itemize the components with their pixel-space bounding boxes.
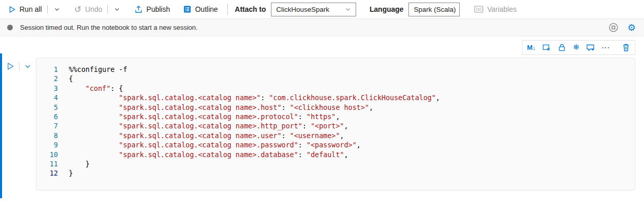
play-icon	[6, 62, 14, 70]
undo-label: Undo	[85, 5, 102, 13]
line-number: 8	[36, 131, 58, 140]
chevron-down-icon	[345, 6, 351, 12]
line-number: 4	[36, 93, 58, 102]
chevron-down-icon	[24, 63, 31, 70]
code-line: 3 "conf": {	[36, 84, 635, 93]
run-options-chevron-button[interactable]	[51, 5, 63, 13]
line-number: 5	[36, 103, 58, 112]
code-line: 10 "spark.sql.catalog.<catalog name>.dat…	[36, 150, 635, 159]
stop-session-button[interactable]	[608, 22, 619, 33]
language-label: Language	[369, 5, 403, 13]
clear-output-icon	[542, 43, 551, 52]
run-all-button[interactable]: Run all	[6, 3, 44, 15]
code-line-text[interactable]: "spark.sql.catalog.<catalog name>.user":…	[69, 131, 344, 140]
variables-label: Variables	[487, 5, 516, 13]
code-line: 4 "spark.sql.catalog.<catalog name>": "c…	[36, 93, 635, 102]
code-cell: 1%%configure -f2{3 "conf": {4 "spark.sql…	[36, 58, 635, 191]
svg-text:(x): (x)	[476, 7, 482, 12]
run-cell-button[interactable]	[5, 61, 15, 71]
code-line: 9 "spark.sql.catalog.<catalog name>.pass…	[36, 140, 635, 149]
session-status-bar: Session timed out. Run the notebook to s…	[0, 18, 644, 36]
code-line-text[interactable]: "spark.sql.catalog.<catalog name>.passwo…	[69, 140, 361, 149]
undo-icon: ↺	[74, 5, 82, 14]
code-line-text[interactable]: "spark.sql.catalog.<catalog name>.host":…	[69, 103, 373, 112]
delete-cell-button[interactable]	[622, 43, 630, 53]
code-line: 11 }	[36, 159, 635, 168]
code-line-text[interactable]: "spark.sql.catalog.<catalog name>.protoc…	[69, 112, 340, 121]
undo-button[interactable]: ↺ Undo	[72, 3, 105, 16]
cell-run-controls	[5, 61, 32, 71]
divider	[227, 4, 228, 15]
publish-button[interactable]: Publish	[132, 3, 172, 15]
publish-icon	[134, 5, 143, 13]
line-number: 9	[36, 140, 58, 149]
clear-cell-output-button[interactable]	[542, 43, 551, 53]
lock-cell-button[interactable]	[558, 43, 566, 53]
code-line-text[interactable]: "spark.sql.catalog.<catalog name>": "com…	[69, 93, 440, 102]
code-line-text[interactable]: "conf": {	[69, 84, 123, 93]
active-cell-indicator-bar	[0, 53, 2, 198]
outline-icon	[183, 5, 191, 13]
code-line: 5 "spark.sql.catalog.<catalog name>.host…	[36, 103, 635, 112]
publish-label: Publish	[146, 5, 170, 13]
variables-button[interactable]: (x) Variables	[472, 3, 518, 15]
code-editor[interactable]: 1%%configure -f2{3 "conf": {4 "spark.sql…	[36, 65, 635, 178]
code-line-text[interactable]: }	[69, 159, 90, 168]
line-number: 2	[36, 74, 58, 83]
notebook-toolbar: Run all ↺ Undo Publish Outline Attach to…	[0, 0, 644, 18]
cell-toolbar: M↓ ❄ ···	[522, 40, 635, 55]
run-cell-options-chevron-button[interactable]	[23, 62, 32, 71]
code-line-text[interactable]: %%configure -f	[69, 65, 127, 74]
lock-icon	[558, 43, 566, 52]
notebook-content: M↓ ❄ ··· 1%%configure -f2{3 "	[0, 36, 644, 209]
attach-to-value: ClickHouseSpark	[276, 6, 329, 13]
outline-button[interactable]: Outline	[181, 3, 220, 15]
line-number: 12	[36, 168, 58, 178]
line-number: 10	[36, 150, 58, 159]
line-number: 3	[36, 84, 58, 93]
attach-to-dropdown[interactable]: ClickHouseSpark	[271, 3, 356, 16]
trash-icon	[622, 43, 630, 52]
run-all-label: Run all	[19, 5, 42, 13]
code-line-text[interactable]: "spark.sql.catalog.<catalog name>.databa…	[69, 150, 348, 159]
code-line-text[interactable]: "spark.sql.catalog.<catalog name>.http_p…	[69, 121, 348, 130]
language-dropdown[interactable]: Spark (Scala)	[408, 3, 460, 16]
code-line-text[interactable]: {	[69, 74, 73, 83]
session-settings-button[interactable]: ⚙	[627, 22, 637, 33]
gear-icon: ⚙	[628, 23, 636, 32]
line-number: 6	[36, 112, 58, 121]
variables-icon: (x)	[474, 6, 483, 13]
divider	[47, 5, 48, 13]
code-line: 8 "spark.sql.catalog.<catalog name>.user…	[36, 131, 635, 140]
code-line: 7 "spark.sql.catalog.<catalog name>.http…	[36, 121, 635, 130]
outline-label: Outline	[195, 5, 218, 13]
comment-plus-icon	[586, 43, 595, 52]
ellipsis-icon: ···	[602, 44, 610, 51]
language-value: Spark (Scala)	[414, 6, 456, 13]
code-line: 2{	[36, 74, 635, 83]
chevron-down-icon	[54, 6, 60, 12]
stop-session-icon	[609, 23, 618, 32]
line-number: 7	[36, 121, 58, 130]
code-line: 12}	[36, 168, 635, 178]
attach-to-label: Attach to	[235, 5, 266, 13]
divider	[19, 62, 19, 70]
add-comment-button[interactable]	[586, 43, 595, 53]
convert-to-markdown-button[interactable]: M↓	[527, 43, 535, 53]
line-number: 1	[36, 65, 58, 74]
divider	[107, 5, 108, 13]
freeze-cell-button[interactable]: ❄	[573, 43, 579, 53]
chevron-down-icon	[114, 6, 120, 12]
code-line-text[interactable]: }	[69, 168, 73, 178]
line-number: 11	[36, 159, 58, 168]
session-status-dot-icon	[7, 25, 13, 30]
snowflake-icon: ❄	[573, 44, 579, 51]
code-line: 6 "spark.sql.catalog.<catalog name>.prot…	[36, 112, 635, 121]
undo-redo-chevron-button[interactable]	[111, 5, 123, 13]
more-actions-button[interactable]: ···	[602, 43, 610, 53]
session-status-message: Session timed out. Run the notebook to s…	[20, 24, 198, 31]
markdown-icon: M↓	[527, 44, 535, 51]
play-icon	[8, 6, 16, 13]
code-line: 1%%configure -f	[36, 65, 635, 74]
